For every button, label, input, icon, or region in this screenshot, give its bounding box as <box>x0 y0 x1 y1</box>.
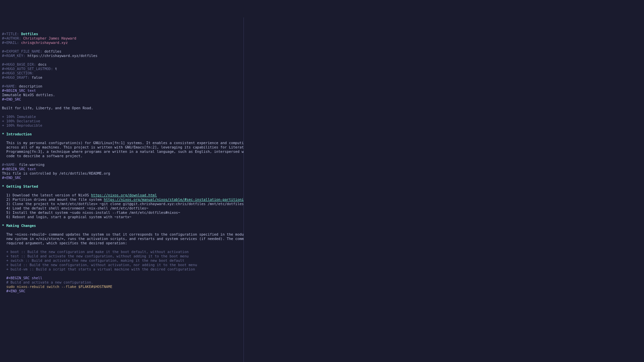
kw-author: #+AUTHOR: <box>2 36 21 40</box>
val-name-fw: file-warning <box>19 163 45 167</box>
kw-roam: #+ROAM_KEY: <box>2 54 25 58</box>
kw-export-fn: #+EXPORT_FILE_NAME: <box>2 49 42 53</box>
doc-title: Dotfiles <box>21 32 38 36</box>
kw-email: #+EMAIL: <box>2 41 19 45</box>
desc-body: Immutable NixOS dotfiles. <box>2 93 55 97</box>
gs-3: 3) Clone the project to =/mnt/etc/dotfil… <box>2 202 244 206</box>
begin-src-text: #+BEGIN_SRC text <box>2 88 36 93</box>
feat-3: + 100% Reproducible <box>2 123 42 127</box>
gs-2: 2) Partition drives and mount the file s… <box>2 197 104 201</box>
left-editor-pane[interactable]: #+TITLE: Dotfiles #+AUTHOR: Christopher … <box>0 17 244 362</box>
doc-email: chris@chrishayward.xyz <box>21 41 68 45</box>
val-hugo-draft: false <box>32 75 43 79</box>
link-nixos-partitioning[interactable]: https://nixos.org/manual/nixos/stable/#s… <box>104 197 244 201</box>
mc-4: + build :: Build the new configuration, … <box>2 263 197 267</box>
kw-hugo-base: #+HUGO_BASE_DIR: <box>2 62 36 66</box>
kw-name-fw: #+NAME: <box>2 163 17 167</box>
gs-6: 6) Reboot and login, start a graphical s… <box>2 215 131 219</box>
gs-4: 4) Load the default shell environment ~n… <box>2 206 148 210</box>
begin-src-shell: #+BEGIN_SRC shell <box>2 276 42 280</box>
begin-src-text-2: #+BEGIN_SRC text <box>2 167 36 171</box>
link-nixos-download[interactable]: https://nixos.org/download.html <box>91 193 157 197</box>
gs-5: 5) Install the default system ~sudo nixo… <box>2 210 180 215</box>
feat-1: + 100% Immutable <box>2 115 36 119</box>
mc-1: + boot :: Build the new configuration an… <box>2 250 189 254</box>
tagline: Built for Life, Liberty, and the Open Ro… <box>2 106 93 110</box>
heading-getting-started[interactable]: * Getting Started <box>2 184 38 188</box>
end-src: #+END_SRC <box>2 97 21 101</box>
end-src-2: #+END_SRC <box>2 176 21 180</box>
mc-2: + test :: Build and activate the new con… <box>2 254 189 258</box>
kw-title: #+TITLE: <box>2 32 19 36</box>
gs-1: 1) Download the latest version of NixOS <box>2 193 91 197</box>
val-export-fn: dotfiles <box>44 49 61 53</box>
kw-name-desc: #+NAME: <box>2 84 17 88</box>
mc-para: The ~nixos-rebuild~ command updates the … <box>2 232 244 245</box>
shell-comment: # Build and activate a new configuration… <box>2 280 93 284</box>
doc-author: Christopher James Hayward <box>23 36 76 40</box>
fw-body: This file is controlled by /etc/dotfiles… <box>2 171 110 175</box>
mc-5: + build-vm :: Build a script that starts… <box>2 267 195 271</box>
heading-introduction[interactable]: * Introduction <box>2 132 32 136</box>
kw-hugo-last: #+HUGO_AUTO_SET_LASTMOD: <box>2 67 53 71</box>
kw-hugo-sec: #+HUGO_SECTION: <box>2 71 34 75</box>
shell-cmd: sudo nixos-rebuild switch --flake $FLAKE… <box>2 285 112 289</box>
kw-hugo-draft: #+HUGO_DRAFT: <box>2 75 30 79</box>
heading-making-changes[interactable]: * Making Changes <box>2 224 36 228</box>
end-src-shell: #+END_SRC <box>2 289 25 293</box>
val-roam: https://chrishayward.xyz/dotfiles <box>28 54 98 58</box>
val-hugo-last: t <box>55 67 57 71</box>
val-name-desc: description <box>19 84 43 88</box>
feat-2: + 100% Declarative <box>2 119 40 123</box>
intro-para: This is my personal configuration(s) for… <box>2 141 244 158</box>
val-hugo-base: docs <box>38 62 46 66</box>
org-buffer[interactable]: #+TITLE: Dotfiles #+AUTHOR: Christopher … <box>0 26 244 362</box>
mc-3: + switch :: Build and activate the new c… <box>2 258 184 262</box>
